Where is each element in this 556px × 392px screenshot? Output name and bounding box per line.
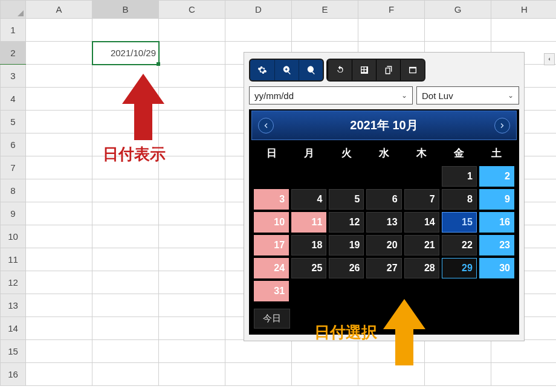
calendar-day-12[interactable]: 12 [329, 212, 364, 233]
cell-B15[interactable] [92, 340, 159, 363]
calendar-day-2[interactable]: 2 [479, 166, 514, 187]
calendar-day-20[interactable]: 20 [366, 235, 401, 255]
row-header-16[interactable]: 16 [1, 363, 26, 386]
col-header-B[interactable]: B [92, 1, 159, 19]
cell-E15[interactable] [292, 340, 358, 363]
cell-A9[interactable] [26, 202, 92, 225]
cell-A2[interactable] [26, 42, 92, 65]
cell-A10[interactable] [26, 225, 92, 248]
cell-C9[interactable] [159, 202, 225, 225]
calendar-day-14[interactable]: 14 [404, 212, 439, 233]
cell-B11[interactable] [92, 248, 159, 271]
prev-month-button[interactable] [258, 118, 274, 133]
cell-C1[interactable] [159, 19, 225, 42]
theme-select[interactable]: Dot Luv ⌄ [416, 86, 519, 104]
cell-A7[interactable] [26, 156, 92, 179]
calendar-day-17[interactable]: 17 [254, 235, 289, 255]
row-header-14[interactable]: 14 [1, 317, 26, 340]
calendar-day-11[interactable]: 11 [291, 212, 326, 233]
calendar-day-10[interactable]: 10 [254, 212, 289, 233]
today-button[interactable]: 今日 [254, 309, 290, 329]
cell-A13[interactable] [26, 294, 92, 317]
row-header-7[interactable]: 7 [1, 156, 26, 179]
cell-E16[interactable] [292, 363, 358, 386]
cell-A8[interactable] [26, 179, 92, 202]
calendar-day-5[interactable]: 5 [329, 189, 364, 210]
calendar-day-15[interactable]: 15 [442, 212, 477, 233]
col-header-C[interactable]: C [159, 1, 225, 19]
calendar-day-16[interactable]: 16 [479, 212, 514, 233]
col-header-F[interactable]: F [358, 1, 425, 19]
cell-A11[interactable] [26, 248, 92, 271]
row-header-1[interactable]: 1 [1, 19, 26, 42]
format-select[interactable]: yy/mm/dd ⌄ [249, 86, 413, 104]
cell-B9[interactable] [92, 202, 159, 225]
calendar-day-13[interactable]: 13 [366, 212, 401, 233]
cell-C5[interactable] [159, 111, 225, 133]
cell-H16[interactable] [491, 363, 557, 386]
cell-C12[interactable] [159, 271, 225, 294]
cell-C7[interactable] [159, 156, 225, 179]
cell-B1[interactable] [92, 19, 159, 42]
cell-G15[interactable] [425, 340, 491, 363]
next-month-button[interactable] [494, 118, 510, 133]
row-header-10[interactable]: 10 [1, 225, 26, 248]
calendar-day-24[interactable]: 24 [254, 258, 289, 278]
cell-D15[interactable] [225, 340, 292, 363]
col-header-G[interactable]: G [425, 1, 491, 19]
cell-B3[interactable] [92, 65, 159, 88]
col-header-D[interactable]: D [225, 1, 292, 19]
cell-A16[interactable] [26, 363, 92, 386]
window-button[interactable] [400, 60, 424, 80]
cell-C8[interactable] [159, 179, 225, 202]
cell-E1[interactable] [292, 19, 358, 42]
cell-D1[interactable] [225, 19, 292, 42]
calendar-day-3[interactable]: 3 [254, 189, 289, 210]
cell-A4[interactable] [26, 88, 92, 111]
calendar-day-29[interactable]: 29 [442, 258, 477, 278]
calendar-day-31[interactable]: 31 [254, 281, 289, 301]
refresh-button[interactable] [328, 60, 352, 80]
row-header-15[interactable]: 15 [1, 340, 26, 363]
row-header-9[interactable]: 9 [1, 202, 26, 225]
calendar-day-8[interactable]: 8 [442, 189, 477, 210]
cell-B13[interactable] [92, 294, 159, 317]
cell-C14[interactable] [159, 317, 225, 340]
cell-A1[interactable] [26, 19, 92, 42]
cell-D16[interactable] [225, 363, 292, 386]
calendar-day-7[interactable]: 7 [404, 189, 439, 210]
cell-A5[interactable] [26, 111, 92, 133]
row-header-11[interactable]: 11 [1, 248, 26, 271]
cell-G16[interactable] [425, 363, 491, 386]
calendar-day-25[interactable]: 25 [291, 258, 326, 278]
cell-C4[interactable] [159, 88, 225, 111]
select-all-corner[interactable] [1, 1, 26, 19]
calendar-day-4[interactable]: 4 [291, 189, 326, 210]
calendar-day-27[interactable]: 27 [366, 258, 401, 278]
cell-C16[interactable] [159, 363, 225, 386]
col-header-H[interactable]: H [491, 1, 557, 19]
calendar-day-18[interactable]: 18 [291, 235, 326, 255]
grid-button[interactable] [352, 60, 376, 80]
cell-B12[interactable] [92, 271, 159, 294]
scroll-left-button[interactable] [544, 53, 555, 65]
cell-B6[interactable] [92, 133, 159, 156]
col-header-A[interactable]: A [26, 1, 92, 19]
row-header-2[interactable]: 2 [1, 42, 26, 65]
calendar-day-28[interactable]: 28 [404, 258, 439, 278]
cell-C10[interactable] [159, 225, 225, 248]
row-header-5[interactable]: 5 [1, 111, 26, 133]
gear-button[interactable] [250, 60, 274, 80]
cell-C11[interactable] [159, 248, 225, 271]
cell-A3[interactable] [26, 65, 92, 88]
cell-B16[interactable] [92, 363, 159, 386]
cell-A6[interactable] [26, 133, 92, 156]
row-header-6[interactable]: 6 [1, 133, 26, 156]
cell-A15[interactable] [26, 340, 92, 363]
cell-B7[interactable] [92, 156, 159, 179]
zoom-in-button[interactable] [274, 60, 299, 80]
cell-B10[interactable] [92, 225, 159, 248]
calendar-day-19[interactable]: 19 [329, 235, 364, 255]
col-header-E[interactable]: E [292, 1, 358, 19]
cell-G1[interactable] [425, 19, 491, 42]
